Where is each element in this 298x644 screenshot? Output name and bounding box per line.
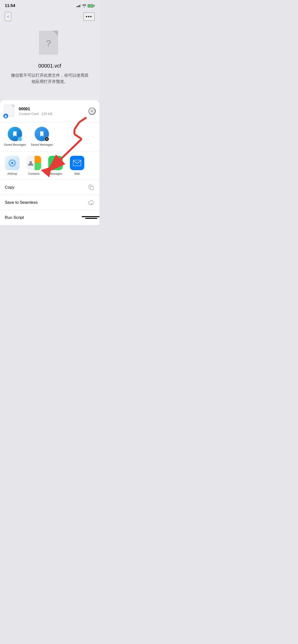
file-page: ? <box>39 31 58 55</box>
contacts-icon-left <box>27 156 35 170</box>
top-nav: ‹ ••• <box>0 10 99 24</box>
airdrop-waves <box>8 159 17 167</box>
save-seamless-label: Save to Seamless <box>5 200 38 205</box>
airdrop-icon <box>5 156 20 170</box>
main-content: ? 00001.vcf 微信暂不可以打开此类文件，你可以使用其他应用打开并预览。 <box>0 24 99 100</box>
file-icon: ? <box>39 31 61 57</box>
share-close-button[interactable]: ✕ <box>88 108 96 115</box>
contacts-icon-top-right <box>35 156 41 163</box>
svg-point-0 <box>5 115 7 116</box>
more-button[interactable]: ••• <box>83 12 95 21</box>
saved-messages-n-icon: N <box>35 127 49 141</box>
share-subtitle: Contact Card · 129 KB <box>19 112 88 116</box>
wifi-icon <box>82 4 86 7</box>
saved-messages-n[interactable]: N Saved Messages <box>31 127 53 147</box>
saved-messages-row: Saved Messages N Saved Messages <box>0 122 99 151</box>
contacts-label: Contacts <box>28 172 39 176</box>
run-script-label: Run Script <box>5 215 24 220</box>
saved-messages-telegram[interactable]: Saved Messages <box>4 127 26 147</box>
status-icons: ⚡ <box>77 4 95 8</box>
copy-action[interactable]: Copy <box>0 180 99 195</box>
file-description: 微信暂不可以打开此类文件，你可以使用其他应用打开并预览。 <box>10 72 90 84</box>
saved-messages-n-label: Saved Messages <box>31 143 53 147</box>
share-file-icon <box>4 104 15 118</box>
saved-messages-telegram-icon <box>8 127 22 141</box>
script-bar-1 <box>82 216 99 217</box>
airdrop-label: AirDrop <box>8 172 17 176</box>
contacts-icon <box>27 156 41 170</box>
file-name: 00001.vcf <box>38 63 61 69</box>
share-contact-badge <box>3 113 9 119</box>
cloud-icon <box>88 199 95 206</box>
run-script-action[interactable]: Run Script <box>0 210 99 225</box>
share-sheet: 00001 Contact Card · 129 KB ✕ <box>0 100 99 225</box>
save-seamless-action[interactable]: Save to Seamless <box>0 195 99 210</box>
file-question-mark: ? <box>46 38 51 49</box>
mail-label: Mail <box>74 172 80 176</box>
status-time: 11:54 <box>5 3 15 8</box>
contacts-icon-bottom-right <box>35 163 41 170</box>
status-bar: 11:54 ⚡ <box>0 0 99 10</box>
messages-app-item[interactable]: Messages <box>47 156 64 176</box>
signal-icon <box>77 4 81 7</box>
svg-rect-3 <box>90 186 93 190</box>
n-badge: N <box>45 137 49 141</box>
mail-icon <box>70 156 84 170</box>
apps-row: AirDrop Contacts <box>0 152 99 180</box>
battery-icon: ⚡ <box>88 4 95 8</box>
share-info: 00001 Contact Card · 129 KB <box>19 107 88 116</box>
copy-label: Copy <box>5 185 15 190</box>
back-button[interactable]: ‹ <box>5 12 11 21</box>
mail-app-item[interactable]: Mail <box>69 156 85 176</box>
share-title: 00001 <box>19 107 88 112</box>
file-icon-wrapper: ? <box>39 31 61 57</box>
script-icon <box>88 214 95 221</box>
telegram-badge <box>18 137 22 141</box>
script-bar-2 <box>85 218 97 219</box>
copy-icon <box>88 184 95 191</box>
contacts-app-item[interactable]: Contacts <box>26 156 42 176</box>
messages-label: Messages <box>49 172 62 176</box>
svg-rect-2 <box>73 160 81 166</box>
messages-icon <box>48 156 63 170</box>
share-header: 00001 Contact Card · 129 KB ✕ <box>0 100 99 122</box>
airdrop-app-item[interactable]: AirDrop <box>4 156 21 176</box>
saved-messages-telegram-label: Saved Messages <box>4 143 26 147</box>
action-rows: Copy Save to Seamless Run Script <box>0 180 99 225</box>
